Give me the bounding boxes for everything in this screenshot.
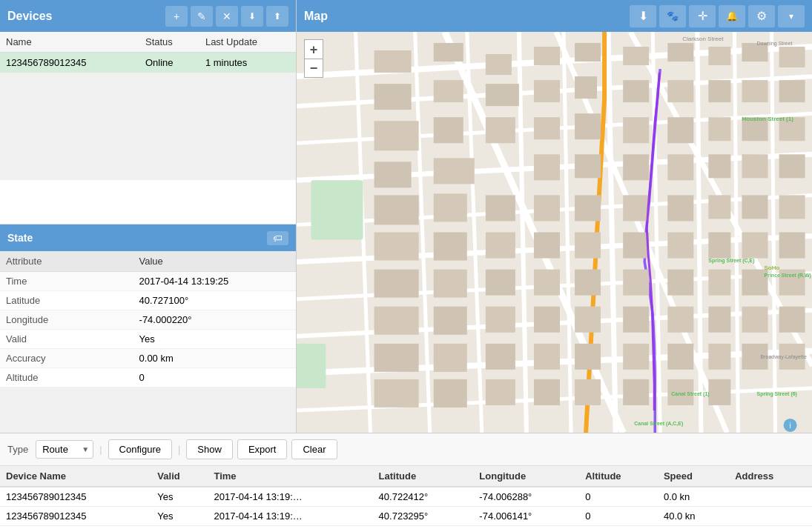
col-time: Time bbox=[208, 466, 372, 487]
state-tag-button[interactable]: 🏷 bbox=[267, 231, 288, 245]
data-valid: Yes bbox=[151, 507, 208, 526]
map-area[interactable]: Map ⬇ 🐾 ✛ 🔔 ⚙ ▾ bbox=[297, 0, 812, 433]
svg-rect-109 bbox=[534, 344, 560, 370]
svg-rect-83 bbox=[708, 233, 730, 259]
data-device-name: 123456789012345 bbox=[0, 487, 151, 507]
state-header: State 🏷 bbox=[0, 224, 296, 251]
svg-rect-110 bbox=[575, 344, 601, 370]
settings-button[interactable]: ⚙ bbox=[748, 5, 775, 27]
svg-rect-103 bbox=[708, 307, 730, 333]
svg-text:Clarkson Street: Clarkson Street bbox=[682, 36, 724, 42]
left-panel: Devices + ✎ ✕ ⬇ ⬆ Name Status Last Updat… bbox=[0, 0, 297, 433]
export-button[interactable]: Export bbox=[237, 439, 288, 459]
svg-rect-79 bbox=[534, 233, 560, 259]
svg-rect-58 bbox=[779, 80, 805, 102]
svg-rect-61 bbox=[708, 117, 730, 141]
svg-rect-92 bbox=[667, 270, 693, 296]
svg-rect-123 bbox=[708, 379, 730, 405]
zoom-out-button[interactable]: − bbox=[304, 59, 323, 78]
svg-rect-89 bbox=[534, 270, 560, 296]
svg-rect-28 bbox=[434, 43, 463, 61]
svg-rect-91 bbox=[623, 270, 649, 296]
svg-rect-105 bbox=[779, 307, 805, 333]
svg-rect-65 bbox=[667, 154, 693, 180]
state-row-accuracy: Accuracy 0.00 km bbox=[0, 349, 296, 368]
svg-rect-46 bbox=[575, 113, 601, 139]
table-row[interactable]: 123456789012345 Online 1 minutes bbox=[0, 53, 296, 73]
edit-device-button[interactable]: ✎ bbox=[191, 6, 213, 27]
expand-button[interactable]: ▾ bbox=[778, 5, 805, 27]
table-row[interactable]: 123456789012345 Yes 2017-04-14 13:19:… 4… bbox=[0, 507, 812, 526]
svg-rect-97 bbox=[434, 307, 467, 335]
svg-rect-121 bbox=[623, 379, 649, 405]
type-select[interactable]: Route Events Trips Stops bbox=[36, 440, 93, 459]
svg-rect-26 bbox=[297, 344, 326, 388]
separator-2: | bbox=[178, 444, 180, 455]
svg-rect-85 bbox=[779, 233, 805, 259]
download-map-button[interactable]: ⬇ bbox=[630, 5, 656, 27]
svg-rect-88 bbox=[486, 270, 515, 296]
data-speed: 40.0 kn bbox=[658, 507, 729, 526]
svg-rect-90 bbox=[575, 270, 601, 296]
svg-rect-77 bbox=[434, 233, 467, 261]
download-device-button[interactable]: ⬇ bbox=[241, 6, 263, 27]
state-row-altitude: Altitude 0 bbox=[0, 368, 296, 387]
svg-rect-117 bbox=[434, 379, 467, 407]
table-row[interactable]: 123456789012345 Yes 2017-04-14 13:19:… 4… bbox=[0, 487, 812, 507]
state-val-latitude: 40.727100° bbox=[133, 291, 296, 310]
svg-rect-102 bbox=[667, 307, 693, 333]
devices-table: Name Status Last Update 123456789012345 … bbox=[0, 32, 296, 73]
svg-rect-55 bbox=[667, 80, 693, 102]
svg-rect-30 bbox=[374, 84, 412, 110]
crosshair-button[interactable]: ✛ bbox=[689, 5, 716, 27]
svg-rect-51 bbox=[708, 47, 730, 65]
zoom-in-button[interactable]: + bbox=[304, 39, 323, 59]
state-table-area: Attribute Value Time 2017-04-14 13:19:25… bbox=[0, 251, 296, 433]
svg-rect-25 bbox=[311, 180, 363, 239]
data-time: 2017-04-14 13:19:… bbox=[208, 507, 372, 526]
upload-device-button[interactable]: ⬆ bbox=[266, 6, 288, 27]
svg-rect-73 bbox=[708, 195, 730, 219]
svg-text:Broadway-Lafayette: Broadway-Lafayette bbox=[761, 354, 807, 360]
device-last-update-cell: 1 minutes bbox=[199, 53, 296, 73]
scroll-gap bbox=[0, 180, 296, 224]
add-device-button[interactable]: + bbox=[165, 6, 188, 27]
svg-rect-120 bbox=[575, 379, 601, 405]
svg-rect-104 bbox=[742, 307, 768, 333]
col-latitude: Latitude bbox=[373, 466, 474, 487]
clear-button[interactable]: Clear bbox=[291, 439, 337, 459]
configure-button[interactable]: Configure bbox=[108, 439, 172, 459]
state-row-latitude: Latitude 40.727100° bbox=[0, 291, 296, 310]
svg-rect-112 bbox=[667, 344, 693, 370]
col-speed: Speed bbox=[658, 466, 729, 487]
svg-rect-66 bbox=[708, 154, 730, 178]
data-altitude: 0 bbox=[579, 507, 658, 526]
state-row-longitude: Longitude -74.000220° bbox=[0, 310, 296, 330]
col-altitude: Altitude bbox=[579, 466, 658, 487]
svg-rect-72 bbox=[667, 195, 693, 221]
svg-rect-86 bbox=[374, 270, 419, 298]
paw-button[interactable]: 🐾 bbox=[659, 5, 686, 27]
svg-rect-56 bbox=[708, 80, 730, 102]
svg-rect-40 bbox=[486, 195, 515, 221]
svg-text:Spring Street (C,E): Spring Street (C,E) bbox=[708, 258, 754, 264]
svg-rect-33 bbox=[374, 121, 419, 150]
show-button[interactable]: Show bbox=[186, 439, 233, 459]
col-last-update: Last Update bbox=[199, 32, 296, 53]
svg-rect-44 bbox=[575, 76, 597, 99]
svg-rect-41 bbox=[534, 47, 560, 65]
state-attr-latitude: Latitude bbox=[0, 291, 133, 310]
bell-button[interactable]: 🔔 bbox=[719, 5, 745, 27]
svg-rect-70 bbox=[575, 195, 601, 221]
type-label: Type bbox=[7, 444, 28, 455]
devices-table-area: Name Status Last Update 123456789012345 … bbox=[0, 32, 296, 180]
svg-rect-68 bbox=[779, 154, 805, 178]
svg-rect-27 bbox=[374, 50, 412, 73]
col-address: Address bbox=[729, 466, 812, 487]
col-valid: Valid bbox=[151, 466, 208, 487]
top-row: Devices + ✎ ✕ ⬇ ⬆ Name Status Last Updat… bbox=[0, 0, 812, 433]
svg-rect-59 bbox=[623, 117, 649, 143]
delete-device-button[interactable]: ✕ bbox=[216, 6, 238, 27]
separator-1: | bbox=[99, 444, 102, 455]
state-val-longitude: -74.000220° bbox=[133, 310, 296, 330]
